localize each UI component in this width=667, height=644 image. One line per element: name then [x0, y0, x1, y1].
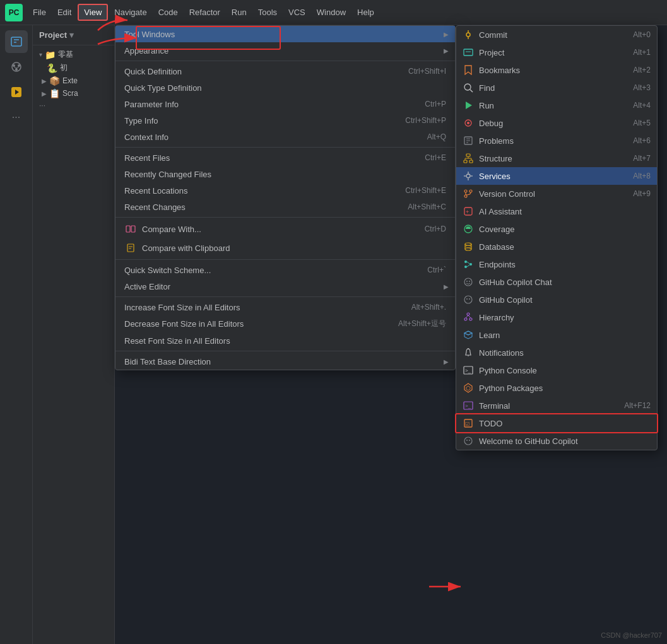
- svg-point-22: [464, 84, 471, 90]
- submenu-coverage[interactable]: Coverage: [456, 220, 657, 238]
- menu-bar: File Edit View Navigate Code Refactor Ru…: [28, 4, 379, 21]
- menu-edit[interactable]: Edit: [52, 5, 76, 20]
- tree-root[interactable]: ▾ 📁 零基: [37, 48, 110, 61]
- quick-definition-shortcut: Ctrl+Shift+I: [408, 67, 446, 76]
- submenu-run[interactable]: Run Alt+4: [456, 97, 657, 114]
- menu-quick-switch-scheme[interactable]: Quick Switch Scheme... Ctrl+`: [115, 262, 455, 278]
- menu-code[interactable]: Code: [153, 5, 183, 20]
- view-menu-dropdown: Tool Windows Appearance Quick Definition…: [115, 25, 456, 370]
- tree-python-file[interactable]: 🐍 初: [37, 61, 110, 74]
- hierarchy-icon: [463, 312, 474, 323]
- svg-point-5: [18, 64, 20, 67]
- sidebar-more-btn[interactable]: ···: [5, 106, 28, 129]
- menu-type-info[interactable]: Type Info Ctrl+Shift+P: [115, 112, 455, 129]
- menu-window[interactable]: Window: [312, 5, 351, 20]
- menu-active-editor[interactable]: Active Editor: [115, 278, 455, 295]
- svg-line-75: [468, 337, 472, 339]
- version-control-icon: [463, 188, 474, 199]
- svg-rect-31: [466, 154, 470, 156]
- menu-run[interactable]: Run: [227, 5, 252, 20]
- reset-font-label: Reset Font Size in All Editors: [124, 336, 446, 346]
- submenu-learn[interactable]: Learn: [456, 326, 657, 344]
- submenu-database[interactable]: Database: [456, 238, 657, 255]
- tree-more[interactable]: ···: [37, 100, 110, 111]
- svg-point-67: [464, 318, 467, 320]
- submenu-hierarchy[interactable]: Hierarchy: [456, 308, 657, 326]
- submenu-project[interactable]: Project Alt+1: [456, 44, 657, 61]
- sidebar-vcs-btn[interactable]: [5, 56, 28, 78]
- submenu-structure[interactable]: Structure Alt+7: [456, 149, 657, 167]
- submenu-todo[interactable]: ☑ TODO: [456, 414, 657, 432]
- submenu-python-console[interactable]: >_ Python Console: [456, 361, 657, 379]
- menu-tools[interactable]: Tools: [253, 5, 282, 20]
- menu-reset-font[interactable]: Reset Font Size in All Editors: [115, 332, 455, 349]
- menu-recent-changes[interactable]: Recent Changes Alt+Shift+C: [115, 199, 455, 215]
- submenu-ai-assistant[interactable]: + AI Assistant: [456, 202, 657, 220]
- menu-quick-type-definition[interactable]: Quick Type Definition: [115, 79, 455, 96]
- run-shortcut: Alt+4: [633, 101, 651, 110]
- submenu-commit[interactable]: Commit Alt+0: [456, 26, 657, 44]
- commit-icon: [463, 29, 474, 40]
- svg-rect-11: [126, 226, 130, 232]
- menu-tool-windows[interactable]: Tool Windows: [115, 26, 455, 42]
- menu-parameter-info[interactable]: Parameter Info Ctrl+P: [115, 96, 455, 112]
- tree-label-0: 零基: [58, 49, 73, 60]
- menu-vcs[interactable]: VCS: [283, 5, 310, 20]
- tree-label-2: Exte: [62, 76, 78, 85]
- project-label: Project: [479, 48, 628, 57]
- menu-bidi-text[interactable]: Bidi Text Base Direction: [115, 353, 455, 370]
- submenu-terminal[interactable]: >_ Terminal Alt+F12: [456, 397, 657, 414]
- menu-view[interactable]: View: [78, 4, 108, 21]
- menu-decrease-font[interactable]: Decrease Font Size in All Editors Alt+Sh…: [115, 315, 455, 332]
- submenu-debug[interactable]: Debug Alt+5: [456, 114, 657, 132]
- submenu-problems[interactable]: Problems Alt+6: [456, 132, 657, 149]
- tree-icon-3: 📋: [49, 88, 60, 98]
- sidebar-project-btn[interactable]: [5, 30, 28, 53]
- svg-line-58: [467, 262, 469, 264]
- submenu-notifications[interactable]: Notifications: [456, 344, 657, 361]
- submenu-bookmarks[interactable]: Bookmarks Alt+2: [456, 61, 657, 79]
- menu-appearance[interactable]: Appearance: [115, 42, 455, 59]
- menu-help[interactable]: Help: [352, 5, 379, 20]
- tree-icon-0: 📁: [45, 50, 56, 60]
- submenu-find[interactable]: Find Alt+3: [456, 79, 657, 97]
- sidebar-run-btn[interactable]: [5, 81, 28, 103]
- menu-quick-definition[interactable]: Quick Definition Ctrl+Shift+I: [115, 63, 455, 79]
- github-copilot-chat-icon: [463, 276, 474, 288]
- problems-shortcut: Alt+6: [633, 136, 651, 145]
- menu-context-info[interactable]: Context Info Alt+Q: [115, 129, 455, 145]
- tree-scratch[interactable]: ▶ 📋 Scra: [37, 87, 110, 100]
- github-copilot-icon: [463, 294, 474, 305]
- tree-chevron-2: ▶: [42, 78, 47, 85]
- project-chevron[interactable]: ▾: [69, 30, 74, 40]
- submenu-services[interactable]: Services Alt+8: [456, 167, 657, 185]
- menu-refactor[interactable]: Refactor: [184, 5, 225, 20]
- submenu-python-packages[interactable]: Python Packages: [456, 379, 657, 397]
- submenu-github-copilot-chat[interactable]: GitHub Copilot Chat: [456, 273, 657, 291]
- submenu-version-control[interactable]: Version Control Alt+9: [456, 185, 657, 202]
- tree-external[interactable]: ▶ 📦 Exte: [37, 74, 110, 87]
- recent-changes-shortcut: Alt+Shift+C: [408, 202, 446, 211]
- menu-navigate[interactable]: Navigate: [109, 5, 151, 20]
- submenu-endpoints[interactable]: Endpoints: [456, 255, 657, 273]
- menu-recently-changed[interactable]: Recently Changed Files: [115, 166, 455, 182]
- svg-point-60: [464, 278, 472, 286]
- submenu-welcome-github[interactable]: Welcome to GitHub Copilot: [456, 432, 657, 450]
- python-packages-label: Python Packages: [479, 383, 646, 393]
- debug-label: Debug: [479, 119, 628, 128]
- menu-file[interactable]: File: [28, 5, 51, 20]
- tree-icon-1: 🐍: [47, 63, 57, 73]
- todo-icon: ☑: [463, 418, 474, 429]
- svg-point-44: [464, 195, 467, 197]
- svg-marker-71: [464, 331, 472, 335]
- menu-compare-clipboard[interactable]: Compare with Clipboard: [115, 238, 455, 257]
- submenu-github-copilot[interactable]: GitHub Copilot: [456, 291, 657, 308]
- svg-point-6: [15, 68, 18, 71]
- menu-recent-files[interactable]: Recent Files Ctrl+E: [115, 149, 455, 166]
- terminal-icon: >_: [463, 400, 474, 411]
- svg-point-87: [466, 440, 468, 441]
- menu-increase-font[interactable]: Increase Font Size in All Editors Alt+Sh…: [115, 299, 455, 315]
- menu-compare-with[interactable]: Compare With... Ctrl+D: [115, 220, 455, 238]
- svg-marker-24: [466, 102, 472, 109]
- menu-recent-locations[interactable]: Recent Locations Ctrl+Shift+E: [115, 182, 455, 199]
